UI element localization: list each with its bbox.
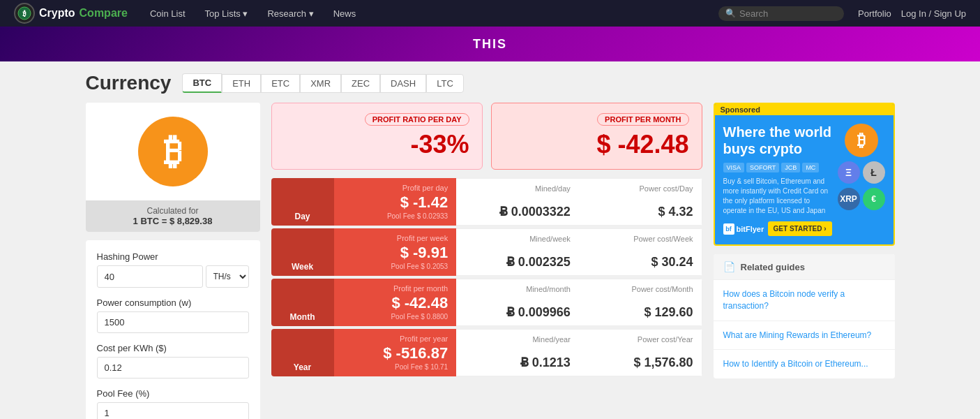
row-year-label: Year [271, 329, 334, 376]
row-month-label: Month [271, 279, 334, 326]
row-day: Day Profit per day $ -1.42 Pool Fee $ 0.… [271, 178, 702, 226]
tab-zec[interactable]: ZEC [341, 74, 380, 93]
row-year-power-value: $ 1,576.80 [587, 355, 693, 370]
row-year-profit-value: $ -516.87 [342, 344, 448, 362]
row-week-mined-value: Ƀ 0.002325 [465, 254, 571, 270]
ad-text-area: Where the world buys crypto VISA SOFORT … [723, 124, 832, 236]
row-month-mined-label: Mined/month [465, 285, 571, 293]
row-day-pool-fee: Pool Fee $ 0.02933 [342, 212, 448, 220]
profit-summary: PROFIT RATIO PER DAY -33% PROFIT PER MON… [271, 103, 702, 170]
profit-ratio-box: PROFIT RATIO PER DAY -33% [271, 103, 483, 170]
row-day-profit-value: $ -1.42 [342, 193, 448, 212]
login-link[interactable]: Log In / Sign Up [901, 8, 966, 19]
profit-ratio-label: PROFIT RATIO PER DAY [365, 113, 469, 126]
ad-logo-row: bf bitFlyer GET STARTED › [723, 221, 832, 236]
navbar: ₿ CryptoCompare Coin List Top Lists ▾ Re… [0, 0, 980, 27]
row-week-power-label: Power cost/Week [587, 235, 693, 243]
nav-top-lists[interactable]: Top Lists ▾ [197, 6, 257, 22]
row-week-profit-value: $ -9.91 [342, 244, 448, 262]
ad-xrp-coin: XRP [838, 188, 860, 210]
ad-coins-row: Ξ Ł [838, 161, 885, 184]
row-day-mined-value: Ƀ 0.0003322 [465, 204, 571, 219]
ad-description: Buy & sell Bitcoin, Ethereum and more in… [723, 177, 832, 216]
ad-content: Where the world buys crypto VISA SOFORT … [715, 115, 894, 244]
cost-kwh-input[interactable] [97, 357, 249, 378]
search-input[interactable] [739, 8, 837, 19]
row-year-mined-value: Ƀ 0.1213 [465, 355, 571, 370]
bitflyer-logo: bf bitFlyer [723, 223, 764, 235]
hashing-power-input[interactable] [97, 265, 203, 288]
row-year-profit-label: Profit per year [342, 335, 448, 343]
row-day-power-value: $ 4.32 [587, 205, 693, 219]
svg-text:₿: ₿ [22, 10, 27, 17]
content-row: ₿ Calculated for 1 BTC = $ 8,829.38 Hash… [86, 103, 895, 419]
calc-for-label: Calculated for [146, 206, 198, 216]
tab-eth[interactable]: ETH [222, 74, 261, 93]
row-day-mined-label: Mined/day [465, 184, 571, 193]
ad-icon-area: ₿ Ξ Ł XRP € [838, 124, 885, 210]
ad-btc-coin: ₿ [845, 124, 878, 157]
visa-icon: VISA [723, 163, 745, 172]
nav-search-box[interactable]: 🔍 [718, 6, 844, 21]
row-month-mined-value: Ƀ 0.009966 [465, 304, 571, 320]
nav-news[interactable]: News [325, 6, 365, 22]
form-panel: Hashing Power TH/s GH/s MH/s Power consu… [86, 240, 260, 419]
ad-eth-coin: Ξ [838, 161, 860, 184]
left-panel: ₿ Calculated for 1 BTC = $ 8,829.38 Hash… [86, 103, 260, 419]
row-month-mined: Mined/month Ƀ 0.009966 [456, 279, 579, 326]
mc-icon: MC [802, 163, 819, 172]
hashing-power-label: Hashing Power [97, 251, 249, 262]
row-month-profit-label: Profit per month [342, 284, 448, 293]
row-week-mined-label: Mined/week [465, 235, 571, 243]
logo-text-crypto: Crypto [39, 7, 75, 20]
jcb-icon: JCB [781, 163, 800, 172]
profit-month-label: PROFIT PER MONTH [597, 113, 688, 126]
ad-payment-icons: VISA SOFORT JCB MC [723, 163, 832, 172]
row-month-profit-value: $ -42.48 [342, 294, 448, 312]
row-day-label: Day [271, 178, 334, 226]
row-week-profit-label: Profit per week [342, 234, 448, 242]
ad-other-coin: € [863, 188, 885, 210]
guide-item-2[interactable]: What are Mining Rewards in Ethereum? [714, 321, 895, 351]
row-year-power-label: Power cost/Year [587, 335, 693, 344]
tab-etc[interactable]: ETC [261, 74, 300, 93]
sofort-icon: SOFORT [746, 163, 779, 172]
btc-icon-area: ₿ [86, 103, 260, 200]
tab-xmr[interactable]: XMR [300, 74, 341, 93]
power-consumption-group: Power consumption (w) [97, 297, 249, 333]
row-month-power: Power cost/Month $ 129.60 [579, 279, 702, 326]
portfolio-link[interactable]: Portfolio [858, 8, 891, 19]
currency-header: Currency BTC ETH ETC XMR ZEC DASH LTC [86, 72, 895, 94]
power-consumption-input[interactable] [97, 311, 249, 333]
data-rows: Day Profit per day $ -1.42 Pool Fee $ 0.… [271, 178, 702, 376]
tab-btc[interactable]: BTC [182, 73, 222, 93]
nav-right: Portfolio Log In / Sign Up [858, 8, 966, 19]
ad-ltc-coin: Ł [863, 161, 885, 184]
guide-item-1[interactable]: How does a Bitcoin node verify a transac… [714, 280, 895, 321]
page-title: Currency [86, 72, 172, 94]
hashing-unit-select[interactable]: TH/s GH/s MH/s [206, 265, 249, 288]
nav-research[interactable]: Research ▾ [259, 6, 322, 22]
guides-header: 📄 Related guides [714, 254, 895, 280]
ad-sponsored-label: Sponsored [715, 104, 894, 115]
guides-title: Related guides [741, 262, 805, 272]
profit-month-box: PROFIT PER MONTH $ -42.48 [491, 103, 702, 170]
power-consumption-label: Power consumption (w) [97, 297, 249, 308]
row-year-profit: Profit per year $ -516.87 Pool Fee $ 10.… [334, 329, 457, 376]
row-week-pool-fee: Pool Fee $ 0.2053 [342, 263, 448, 270]
row-day-power: Power cost/Day $ 4.32 [579, 178, 702, 226]
currency-tabs: BTC ETH ETC XMR ZEC DASH LTC [182, 73, 463, 93]
profit-month-value: $ -42.48 [596, 130, 688, 159]
logo[interactable]: ₿ CryptoCompare [14, 3, 128, 24]
banner-text: THIS [473, 37, 507, 52]
ad-box: Sponsored Where the world buys crypto VI… [714, 103, 895, 246]
nav-coin-list[interactable]: Coin List [142, 6, 194, 22]
tab-dash[interactable]: DASH [380, 74, 426, 93]
row-week-power-value: $ 30.24 [587, 255, 693, 270]
profit-ratio-value: -33% [410, 130, 469, 159]
pool-fee-input[interactable] [97, 402, 249, 419]
ad-cta-button[interactable]: GET STARTED › [768, 221, 832, 236]
tab-ltc[interactable]: LTC [426, 74, 464, 93]
pool-fee-label: Pool Fee (%) [97, 388, 249, 399]
guide-item-3[interactable]: How to Identify a Bitcoin or Ethereum... [714, 350, 895, 378]
